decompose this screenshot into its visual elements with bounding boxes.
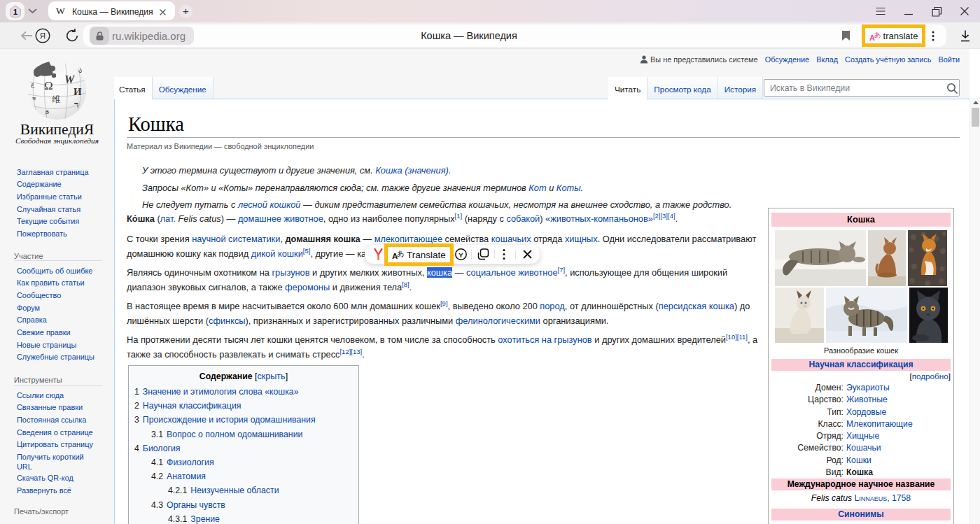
svg-text:维: 维: [52, 94, 60, 104]
svg-text:ר: ר: [74, 99, 78, 110]
svg-text:ক: ক: [31, 95, 36, 102]
svg-text:Я: Я: [40, 31, 46, 40]
svg-text:Y: Y: [458, 251, 463, 259]
svg-text:あ: あ: [397, 249, 405, 257]
svg-text:த: த: [45, 108, 49, 115]
svg-text:ა: ა: [78, 66, 82, 74]
svg-text:1: 1: [13, 8, 18, 16]
svg-text:あ: あ: [874, 31, 881, 38]
svg-text:ع: ع: [31, 81, 35, 88]
svg-text:И: И: [74, 86, 82, 97]
svg-text:W: W: [64, 73, 76, 85]
svg-text:Ω: Ω: [44, 79, 53, 92]
